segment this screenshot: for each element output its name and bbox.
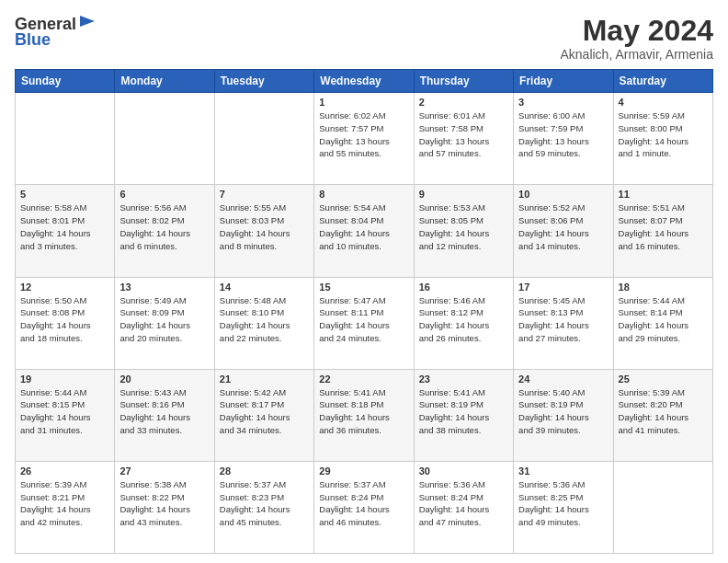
day-info: Sunrise: 5:44 AMSunset: 8:15 PMDaylight:…	[20, 386, 109, 437]
day-number: 2	[419, 97, 508, 108]
header: General Blue May 2024 Aknalich, Armavir,…	[15, 15, 713, 62]
day-info-line: Sunset: 8:24 PM	[419, 492, 483, 502]
day-info-line: Sunset: 8:08 PM	[20, 307, 85, 317]
day-info-line: and 47 minutes.	[419, 517, 482, 527]
day-info-line: Sunrise: 5:42 AM	[220, 387, 286, 397]
day-info-line: Sunset: 8:13 PM	[518, 307, 583, 317]
day-info-line: Daylight: 14 hours	[419, 504, 490, 514]
day-info-line: and 29 minutes.	[619, 333, 681, 343]
day-info-line: Sunset: 8:22 PM	[119, 492, 184, 502]
day-info-line: Sunrise: 6:00 AM	[518, 110, 585, 121]
day-info-line: Daylight: 14 hours	[20, 228, 91, 238]
day-info-line: Daylight: 14 hours	[419, 228, 490, 238]
day-info-line: Sunrise: 5:39 AM	[619, 387, 685, 397]
day-info: Sunrise: 5:53 AMSunset: 8:05 PMDaylight:…	[419, 201, 508, 252]
day-info-line: and 14 minutes.	[518, 241, 581, 251]
day-number: 24	[518, 373, 608, 385]
day-info-line: and 41 minutes.	[619, 425, 681, 435]
day-number: 16	[419, 282, 508, 293]
day-info-line: Sunset: 8:09 PM	[119, 307, 184, 317]
day-info-line: Daylight: 14 hours	[518, 412, 589, 422]
day-info: Sunrise: 5:47 AMSunset: 8:11 PMDaylight:…	[319, 294, 408, 345]
day-info-line: Sunset: 7:57 PM	[319, 123, 383, 133]
day-info-line: and 20 minutes.	[119, 333, 182, 343]
day-info-line: Sunrise: 5:38 AM	[119, 479, 186, 489]
calendar-cell: 1Sunrise: 6:02 AMSunset: 7:57 PMDaylight…	[314, 93, 414, 185]
day-info-line: Sunrise: 5:40 AM	[518, 387, 585, 397]
calendar-cell: 27Sunrise: 5:38 AMSunset: 8:22 PMDayligh…	[115, 461, 214, 553]
day-number: 13	[119, 282, 209, 293]
day-info: Sunrise: 5:44 AMSunset: 8:14 PMDaylight:…	[619, 294, 708, 345]
day-info-line: Daylight: 14 hours	[220, 412, 290, 422]
day-info-line: and 26 minutes.	[419, 333, 482, 343]
calendar-cell: 28Sunrise: 5:37 AMSunset: 8:23 PMDayligh…	[214, 461, 313, 553]
day-info-line: Sunset: 8:15 PM	[20, 399, 85, 409]
day-info-line: Daylight: 14 hours	[619, 320, 689, 330]
day-number: 5	[20, 189, 109, 200]
day-info-line: Daylight: 14 hours	[619, 412, 689, 422]
day-info-line: and 33 minutes.	[119, 425, 182, 435]
calendar-cell	[16, 93, 115, 185]
day-info: Sunrise: 5:41 AMSunset: 8:19 PMDaylight:…	[419, 386, 508, 437]
day-info-line: Sunset: 8:11 PM	[319, 307, 383, 317]
day-info-line: Sunrise: 5:53 AM	[419, 202, 485, 213]
day-info: Sunrise: 5:37 AMSunset: 8:24 PMDaylight:…	[319, 478, 408, 529]
day-info-line: and 46 minutes.	[319, 517, 381, 527]
calendar-week-row: 26Sunrise: 5:39 AMSunset: 8:21 PMDayligh…	[16, 461, 713, 553]
day-info-line: Sunrise: 5:54 AM	[319, 202, 385, 213]
day-number: 29	[319, 465, 408, 477]
day-info-line: and 16 minutes.	[619, 241, 681, 251]
day-info: Sunrise: 5:42 AMSunset: 8:17 PMDaylight:…	[220, 386, 309, 437]
day-number: 3	[518, 97, 608, 108]
day-info-line: and 39 minutes.	[518, 425, 581, 435]
logo: General Blue	[15, 15, 97, 50]
day-info-line: Sunrise: 5:52 AM	[518, 202, 585, 213]
day-info: Sunrise: 5:36 AMSunset: 8:24 PMDaylight:…	[419, 478, 508, 529]
day-info-line: Sunrise: 6:02 AM	[319, 110, 385, 121]
day-info: Sunrise: 6:00 AMSunset: 7:59 PMDaylight:…	[518, 109, 608, 160]
day-info-line: Sunset: 8:00 PM	[619, 123, 683, 133]
day-info: Sunrise: 6:02 AMSunset: 7:57 PMDaylight:…	[319, 109, 408, 160]
day-info-line: and 6 minutes.	[119, 241, 176, 251]
day-number: 8	[319, 189, 408, 200]
calendar-week-row: 5Sunrise: 5:58 AMSunset: 8:01 PMDaylight…	[16, 185, 713, 277]
calendar-cell	[115, 93, 214, 185]
day-info-line: Sunrise: 5:58 AM	[20, 202, 86, 213]
day-info-line: Sunrise: 6:01 AM	[419, 110, 485, 121]
calendar-cell: 20Sunrise: 5:43 AMSunset: 8:16 PMDayligh…	[115, 369, 214, 461]
day-info-line: Sunrise: 5:45 AM	[518, 295, 585, 305]
day-info-line: Daylight: 14 hours	[119, 412, 190, 422]
calendar-header-saturday: Saturday	[613, 70, 712, 93]
day-info-line: Sunset: 7:58 PM	[419, 123, 483, 133]
day-info-line: Daylight: 14 hours	[419, 320, 490, 330]
day-info-line: Sunset: 8:02 PM	[119, 215, 184, 225]
day-info-line: and 24 minutes.	[319, 333, 381, 343]
day-info-line: and 12 minutes.	[419, 241, 482, 251]
day-info-line: Sunrise: 5:51 AM	[619, 202, 685, 213]
day-info-line: and 31 minutes.	[20, 425, 83, 435]
day-info-line: Sunset: 8:14 PM	[619, 307, 683, 317]
calendar-cell: 26Sunrise: 5:39 AMSunset: 8:21 PMDayligh…	[16, 461, 115, 553]
day-info-line: Sunset: 8:20 PM	[619, 399, 683, 409]
day-number: 17	[518, 282, 608, 293]
day-info-line: Sunset: 8:23 PM	[220, 492, 284, 502]
logo-flag-icon	[78, 14, 97, 32]
day-info-line: and 49 minutes.	[518, 517, 581, 527]
day-info: Sunrise: 5:41 AMSunset: 8:18 PMDaylight:…	[319, 386, 408, 437]
page: General Blue May 2024 Aknalich, Armavir,…	[0, 0, 728, 563]
day-info-line: Daylight: 14 hours	[619, 228, 689, 238]
calendar-subtitle: Aknalich, Armavir, Armenia	[560, 47, 713, 62]
calendar-header-monday: Monday	[115, 70, 214, 93]
day-info-line: Sunset: 8:01 PM	[20, 215, 85, 225]
day-info-line: Daylight: 13 hours	[419, 136, 490, 146]
day-info-line: Sunset: 8:19 PM	[518, 399, 583, 409]
day-info: Sunrise: 5:59 AMSunset: 8:00 PMDaylight:…	[619, 109, 708, 160]
calendar-cell: 21Sunrise: 5:42 AMSunset: 8:17 PMDayligh…	[214, 369, 313, 461]
day-info: Sunrise: 5:43 AMSunset: 8:16 PMDaylight:…	[119, 386, 209, 437]
calendar-cell	[214, 93, 313, 185]
day-info-line: and 45 minutes.	[220, 517, 282, 527]
calendar-cell: 22Sunrise: 5:41 AMSunset: 8:18 PMDayligh…	[314, 369, 414, 461]
day-info-line: Sunset: 8:05 PM	[419, 215, 483, 225]
calendar-cell: 31Sunrise: 5:36 AMSunset: 8:25 PMDayligh…	[514, 461, 613, 553]
day-info-line: Daylight: 14 hours	[220, 228, 290, 238]
